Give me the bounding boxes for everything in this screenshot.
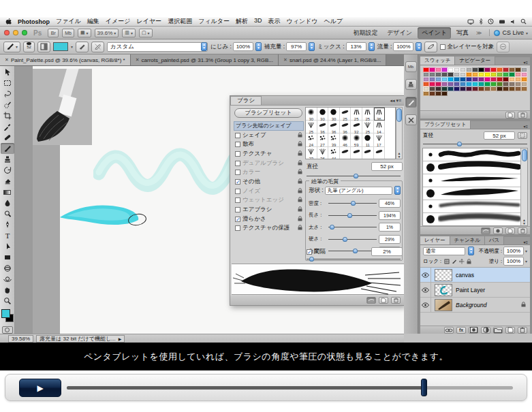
history-brush-tool[interactable] (1, 165, 14, 176)
menu-item[interactable]: 編集 (87, 17, 99, 26)
blend-mode-select[interactable]: 通常 (423, 247, 465, 255)
color-swatch[interactable] (472, 86, 478, 91)
color-swatch[interactable] (490, 77, 497, 82)
panel-menu-icon[interactable]: ▾≡ (523, 60, 528, 65)
spotlight-icon[interactable] (520, 18, 527, 25)
lock-transparency-icon[interactable] (443, 258, 450, 264)
zoom-tool[interactable] (1, 296, 14, 306)
color-swatch[interactable] (503, 77, 509, 82)
brush-panel-tab[interactable]: ブラシ (230, 96, 262, 105)
visibility-eye-icon[interactable] (420, 268, 431, 282)
foreground-color-well[interactable] (1, 309, 10, 318)
panel-tab[interactable]: スウォッチ (420, 57, 455, 65)
fill-value[interactable]: 100% (503, 257, 524, 266)
slider-value[interactable]: 29% (379, 235, 401, 244)
panel-tab[interactable]: チャンネル (450, 236, 485, 244)
brush-tip-cell[interactable]: 25 (362, 121, 374, 133)
color-swatch[interactable] (521, 67, 527, 72)
color-swatch[interactable] (515, 86, 521, 91)
opacity-value[interactable]: 100% (503, 247, 524, 255)
color-swatch[interactable] (503, 67, 509, 72)
color-swatch[interactable] (429, 82, 435, 86)
quick-mask-button[interactable] (2, 326, 13, 334)
color-swatch[interactable] (429, 77, 435, 82)
menu-item[interactable]: 選択範囲 (168, 17, 192, 26)
layer-thumbnail[interactable] (435, 299, 452, 311)
color-swatch[interactable] (466, 82, 472, 86)
document-tab[interactable]: ✕Paint_Palette.psd @ 39.6% (canvas, RGB/… (0, 54, 131, 65)
texture-toggle-icon[interactable] (518, 132, 527, 139)
section-checkbox[interactable] (235, 161, 240, 166)
param-value[interactable]: 13% (346, 42, 366, 51)
trash-icon[interactable] (518, 112, 527, 118)
gradient-tool[interactable] (1, 187, 14, 197)
layer-thumbnail[interactable] (435, 269, 452, 281)
brush-tip-cell[interactable]: 17 (374, 133, 386, 146)
param-stepper[interactable]: ▲▼ (255, 42, 262, 51)
color-swatch[interactable] (484, 82, 490, 86)
healing-brush-tool[interactable] (1, 132, 14, 143)
clean-brush-button[interactable] (91, 42, 104, 52)
brush-preset-picker[interactable]: 52 (23, 42, 35, 52)
color-swatch[interactable] (509, 82, 515, 86)
crop-tool[interactable] (1, 110, 14, 121)
layer-row[interactable]: canvas (420, 268, 530, 283)
path-selection-tool[interactable] (1, 241, 14, 252)
color-swatch[interactable] (448, 77, 454, 82)
brush-section-item[interactable]: デュアルブラシ (234, 159, 304, 168)
color-swatch[interactable] (423, 67, 429, 72)
3d-orbit-tool[interactable] (1, 274, 14, 285)
quick-selection-tool[interactable] (1, 99, 14, 110)
menu-item[interactable]: 3D (254, 17, 262, 26)
brush-tip-cell[interactable]: 30 (317, 108, 329, 121)
param-value[interactable]: 100% (233, 42, 253, 51)
mini-bridge-icon[interactable]: Mb (405, 61, 417, 72)
layer-name[interactable]: Background (456, 302, 521, 308)
slider[interactable] (328, 201, 377, 206)
color-swatch[interactable] (515, 72, 521, 77)
brush-grid-scrollbar[interactable]: ▲▼ (396, 107, 403, 159)
color-swatch[interactable] (435, 86, 441, 91)
arrange-documents-button[interactable]: ▥▾ (122, 29, 136, 37)
brush-section-item[interactable]: エアブラシ (234, 205, 304, 215)
brush-section-item[interactable]: ノイズ (234, 187, 304, 196)
brush-tip-cell[interactable]: 46 (340, 133, 351, 146)
color-swatch[interactable] (423, 82, 429, 86)
hand-tool[interactable] (1, 285, 14, 296)
color-swatch[interactable] (423, 72, 429, 77)
brush-section-item[interactable]: テクスチャの保護 (234, 224, 304, 234)
blend-mode-stepper[interactable]: ▲▼ (468, 247, 474, 255)
layer-row[interactable]: Paint Layer (420, 283, 530, 298)
brush-tip-cell[interactable]: 25 (362, 108, 374, 121)
color-swatch[interactable] (484, 77, 490, 82)
menu-item[interactable]: 解析 (236, 17, 248, 26)
section-checkbox[interactable]: ✓ (235, 217, 240, 222)
close-tab-icon[interactable]: ✕ (5, 57, 9, 63)
color-swatch[interactable] (490, 67, 497, 72)
marquee-tool[interactable] (1, 78, 14, 89)
lock-position-icon[interactable] (458, 258, 465, 264)
color-swatch[interactable] (429, 67, 435, 72)
color-swatch[interactable] (478, 72, 484, 77)
view-extras-button[interactable]: ▦▾ (78, 29, 91, 37)
color-swatch[interactable] (484, 86, 490, 91)
mini-bridge-button[interactable]: Mb (62, 29, 74, 37)
brush-tip-cell[interactable]: 59 (351, 133, 362, 146)
workspace-button[interactable]: デザイン (383, 27, 416, 39)
color-swatch[interactable] (478, 77, 484, 82)
brush-tip-icon[interactable] (493, 227, 503, 234)
color-swatch[interactable] (454, 67, 460, 72)
param-stepper[interactable]: ▲▼ (416, 42, 422, 51)
keyboard-icon[interactable] (499, 19, 505, 25)
brush-presets-button[interactable]: ブラシプリセット (234, 108, 302, 118)
color-swatch[interactable] (429, 91, 435, 96)
brush-tip-cell[interactable]: 11 (362, 133, 374, 146)
lock-pixels-icon[interactable] (451, 258, 457, 264)
brush-tip-cell[interactable]: 25 (340, 108, 351, 121)
color-swatch[interactable] (466, 67, 472, 72)
brush-section-item[interactable]: テクスチャ (234, 149, 304, 159)
group-icon[interactable] (493, 327, 503, 334)
layer-row[interactable]: Background (420, 298, 530, 313)
color-swatch[interactable] (472, 77, 478, 82)
brush-panel-icon[interactable] (405, 97, 417, 108)
